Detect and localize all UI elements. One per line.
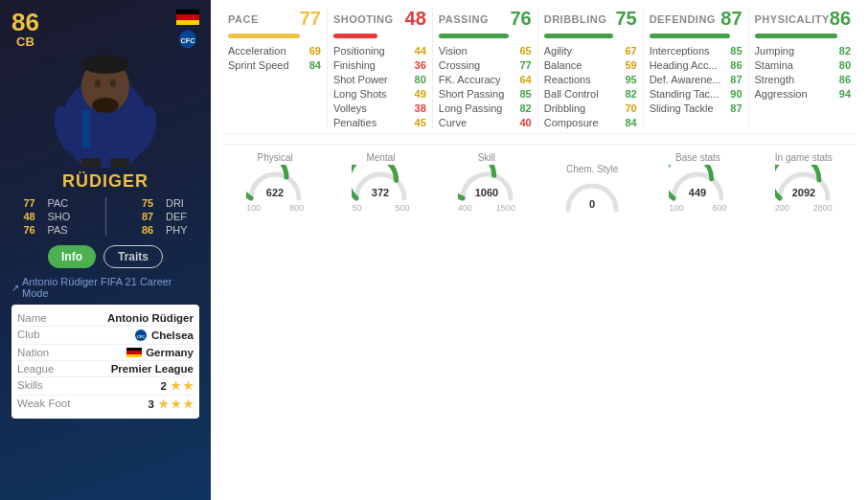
stat-row: Vision65: [439, 44, 532, 57]
stat-row: Standing Tac...90: [650, 87, 742, 101]
gauge-label-1: Mental: [366, 152, 395, 163]
stat-rows-dribbling: Agility67Balance59Reactions95Ball Contro…: [544, 44, 637, 129]
stat-item-value: 40: [519, 117, 531, 128]
card-flag-club: CFC: [176, 10, 199, 51]
gauge-item-5: In game stats20922002800: [775, 152, 833, 213]
stat-item-value: 80: [839, 59, 851, 71]
stat-row: Dribbling70: [544, 102, 637, 115]
stat-category-defending: DEFENDING87Interceptions85Heading Acc...…: [643, 8, 748, 129]
weakfoot-label: Weak Foot: [17, 398, 70, 411]
wf-star1: ★: [158, 398, 169, 411]
ps-col-left: 77 PAC 48 SHO 76 PAS: [23, 197, 70, 236]
tab-traits[interactable]: Traits: [103, 245, 163, 268]
cat-header-physicality: PHYSICALITY86: [755, 8, 851, 30]
stat-item-name: Heading Acc...: [650, 59, 718, 71]
gauge-min-2: 400: [458, 203, 472, 213]
stat-row: Agility67: [544, 44, 637, 57]
gauge-label-5: In game stats: [775, 152, 833, 163]
cat-value-dribbling: 75: [615, 8, 636, 30]
stat-item-value: 86: [730, 59, 742, 71]
stat-row: Positioning44: [333, 44, 426, 57]
stat-item-value: 87: [730, 74, 742, 85]
cat-name-pace: PACE: [228, 13, 259, 25]
gauge-item-1: Mental37250500: [352, 152, 409, 213]
card-info-section: Antonio Rüdiger FIFA 21 Career Mode Name…: [8, 276, 203, 419]
gauge-range-1: 50500: [352, 203, 409, 213]
league-value: Premier League: [111, 363, 194, 375]
gauge-svg-3: 0: [563, 176, 621, 213]
cat-header-passing: PASSING76: [439, 8, 532, 30]
stat-item-name: Jumping: [755, 45, 795, 57]
stat-item-value: 45: [415, 117, 426, 128]
tab-info[interactable]: Info: [48, 245, 96, 268]
stat-item-value: 82: [839, 45, 851, 57]
stat-item-name: Interceptions: [650, 45, 710, 57]
sho-label: SHO: [47, 211, 70, 222]
stat-item-name: Aggression: [755, 88, 808, 100]
stat-item-value: 82: [519, 102, 531, 114]
stat-item-value: 84: [309, 59, 321, 71]
stat-item-value: 90: [730, 88, 742, 100]
gauge-max-1: 500: [395, 203, 409, 213]
stat-row: Shot Power80: [333, 73, 426, 86]
def-label: DEF: [166, 211, 187, 222]
gauge-range-5: 2002800: [775, 203, 833, 213]
cat-bar-dribbling: [544, 34, 614, 38]
stat-item-name: Dribbling: [544, 102, 585, 114]
cat-header-dribbling: DRIBBLING75: [544, 8, 637, 30]
stat-row: Sliding Tackle87: [650, 102, 742, 115]
svg-point-7: [81, 55, 129, 74]
stat-item-name: Finishing: [333, 59, 376, 71]
stat-category-passing: PASSING76Vision65Crossing77FK. Accuracy6…: [432, 8, 537, 129]
stat-item-value: 64: [519, 74, 531, 85]
stat-row: Sprint Speed84: [228, 58, 321, 72]
stat-rows-defending: Interceptions85Heading Acc...86Def. Awar…: [650, 44, 742, 115]
gauge-max-5: 2800: [813, 203, 833, 213]
pac-label: PAC: [47, 197, 68, 209]
gauge-min-1: 50: [352, 203, 361, 213]
stat-item-value: 94: [839, 88, 851, 100]
svg-point-6: [110, 80, 116, 87]
stat-category-physicality: PHYSICALITY86Jumping82Stamina80Strength8…: [748, 8, 857, 129]
cat-name-shooting: SHOOTING: [333, 13, 394, 25]
skills-num: 2: [161, 380, 167, 392]
star2: ★: [183, 379, 194, 393]
gauge-range-0: 100800: [246, 203, 304, 213]
cat-value-shooting: 48: [405, 8, 426, 30]
stat-rows-passing: Vision65Crossing77FK. Accuracy64Short Pa…: [439, 44, 532, 129]
svg-rect-12: [110, 158, 129, 168]
ps-col-right: 75 DRI 87 DEF 86 PHY: [142, 197, 188, 236]
stat-row: Reactions95: [544, 73, 637, 86]
gauge-max-0: 800: [289, 203, 304, 213]
dri-label: DRI: [166, 197, 184, 209]
mini-chelsea-icon: CFC: [134, 329, 148, 342]
stat-item-name: Sprint Speed: [228, 59, 289, 71]
stat-item-value: 49: [415, 88, 426, 100]
gauge-range-2: 4001500: [458, 203, 515, 213]
stat-item-name: Penalties: [333, 117, 377, 128]
stat-row: Acceleration69: [228, 44, 321, 57]
stat-item-value: 70: [625, 102, 636, 114]
card-tabs: Info Traits: [48, 245, 163, 268]
league-label: League: [17, 363, 54, 375]
stat-row: Aggression94: [755, 87, 851, 101]
stat-item-name: Composure: [544, 117, 599, 128]
cat-bar-shooting: [333, 34, 378, 38]
pas-value: 76: [23, 224, 44, 236]
star1: ★: [171, 379, 181, 393]
stat-row: Stamina80: [755, 58, 851, 72]
pas-stat: 76 PAS: [23, 224, 70, 236]
def-stat: 87 DEF: [142, 211, 188, 222]
sho-value: 48: [23, 211, 44, 222]
main-container: 86 CB CFC: [0, 0, 868, 500]
svg-text:0: 0: [589, 198, 595, 210]
stat-row: Interceptions85: [650, 44, 742, 57]
cat-header-pace: PACE77: [228, 8, 321, 30]
cat-value-pace: 77: [300, 8, 321, 30]
stat-row: Long Shots49: [333, 87, 426, 101]
player-name: RÜDIGER: [62, 171, 148, 192]
name-value: Antonio Rüdiger: [107, 312, 194, 324]
weakfoot-value: 3 ★ ★ ★: [148, 398, 194, 411]
cat-name-passing: PASSING: [439, 13, 489, 25]
career-mode-link[interactable]: Antonio Rüdiger FIFA 21 Career Mode: [11, 276, 199, 299]
